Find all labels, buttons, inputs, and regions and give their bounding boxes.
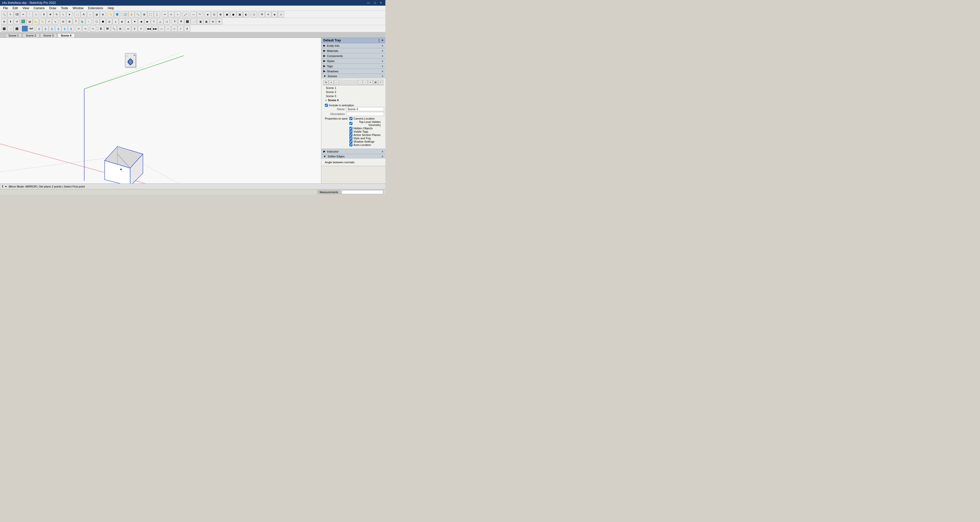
redo-button[interactable]: ↪ — [82, 26, 88, 32]
solid-tb2[interactable]: ⬜ — [7, 26, 14, 32]
advanced3-button[interactable]: ⬛ — [184, 18, 190, 24]
scenes-list-button[interactable]: ≡ — [368, 80, 372, 85]
mirror1-button[interactable]: ⇔ — [125, 26, 131, 32]
monochrome-button[interactable]: ◐ — [243, 11, 249, 18]
followme-button[interactable]: ➤ — [66, 11, 73, 18]
style-and-fog-checkbox[interactable] — [349, 137, 352, 140]
hidden-line-button[interactable]: ▣ — [224, 11, 230, 18]
maximize-button[interactable]: □ — [372, 1, 377, 5]
display-section-cuts-button[interactable]: ≈ — [175, 11, 181, 18]
move-button[interactable]: ✥ — [47, 11, 53, 18]
tags-close[interactable]: × — [382, 65, 383, 68]
components-header[interactable]: ▶ Components × — [321, 53, 385, 58]
scenes-move-up-button[interactable]: ↑ — [358, 80, 363, 85]
paint-bucket-button[interactable]: 🪣 — [114, 11, 120, 18]
float-widget-close[interactable]: × — [134, 54, 135, 57]
drop5-button[interactable]: 💧 — [62, 26, 68, 32]
wavy-line-button[interactable]: 〜 — [197, 11, 203, 18]
m-button[interactable]: M — [104, 26, 110, 32]
scenes-close[interactable]: × — [382, 75, 383, 78]
tags-header[interactable]: ▶ Tags × — [321, 64, 385, 69]
standard-view-button[interactable]: ⬡ — [251, 11, 257, 18]
orbit-button[interactable]: 🔄 — [122, 11, 128, 18]
protractor-button[interactable]: ◑ — [94, 11, 100, 18]
3d-view10-button[interactable]: ▽ — [151, 18, 157, 24]
scenes-refresh-button[interactable]: ↻ — [324, 80, 328, 85]
menu-window[interactable]: Window — [71, 6, 86, 11]
tape-measure-button[interactable]: 📏 — [108, 11, 114, 18]
shaded-button[interactable]: ◼ — [230, 11, 236, 18]
scene-tab-3[interactable]: Scene 3 — [40, 33, 57, 38]
extra4-button[interactable]: ◇ — [278, 11, 284, 18]
advanced6-button[interactable]: ◧ — [204, 18, 210, 24]
scenes-add-button[interactable]: + — [329, 80, 334, 85]
push-pull-button[interactable]: ⬆ — [41, 11, 47, 18]
select-tool-button[interactable]: ↖ — [7, 11, 14, 18]
menu-edit[interactable]: Edit — [11, 6, 20, 11]
rotate-button[interactable]: ↻ — [54, 11, 60, 18]
scenes-expand-button[interactable]: ⤢ — [378, 80, 383, 85]
hammer-button[interactable]: 🔨 — [111, 26, 117, 32]
mirror2-button[interactable]: ⇕ — [131, 26, 138, 32]
viewport[interactable]: ... × — [0, 38, 321, 184]
component-axes-button[interactable]: ⊕ — [1, 18, 7, 24]
shadows-close[interactable]: × — [382, 70, 383, 73]
xray-button[interactable]: ◈ — [205, 11, 211, 18]
components-close[interactable]: × — [382, 54, 383, 57]
dimension-button[interactable]: ↔ — [87, 11, 93, 18]
solid-tb3[interactable]: ⬛ — [14, 26, 20, 32]
comp5-button[interactable]: ↘ — [52, 18, 58, 24]
shadow-settings-checkbox[interactable] — [349, 140, 352, 143]
advanced1-button[interactable]: ⧖ — [172, 18, 178, 24]
soften-edges-header[interactable]: ▼ Soften Edges × — [321, 154, 385, 159]
scenes-details-button[interactable]: ▤ — [373, 80, 378, 85]
soften-edges-close[interactable]: × — [382, 155, 383, 158]
text-button[interactable]: A — [81, 11, 87, 18]
hist-square-button[interactable]: □ — [171, 26, 177, 32]
view-zoom-button[interactable]: 🔎 — [183, 11, 189, 18]
3d-view9-button[interactable]: ▶ — [145, 18, 151, 24]
undo-button[interactable]: ↩ — [76, 26, 82, 32]
include-in-animation-checkbox[interactable] — [325, 104, 328, 107]
drop3-button[interactable]: 💧 — [49, 26, 55, 32]
3d-view7-button[interactable]: ▼ — [132, 18, 138, 24]
menu-help[interactable]: Help — [106, 6, 116, 11]
search-tool-button[interactable]: 🔍 — [1, 11, 7, 18]
advanced7-button[interactable]: ⊗ — [210, 18, 216, 24]
description-input[interactable] — [346, 112, 384, 116]
3d-view5-button[interactable]: ◈ — [119, 18, 125, 24]
drop2-button[interactable]: 💧 — [42, 26, 48, 32]
scene-list-item-3[interactable]: Scene 3 — [324, 94, 383, 98]
name-input[interactable] — [346, 107, 384, 111]
hist-circle-button[interactable]: ○ — [165, 26, 171, 32]
axes-button[interactable]: ⊕ — [100, 11, 106, 18]
3d-view1-button[interactable]: ⬡ — [94, 18, 100, 24]
close-button[interactable]: × — [379, 1, 383, 5]
zoom-button[interactable]: 🔍 — [135, 11, 141, 18]
share-model-button[interactable]: ↑ — [86, 18, 92, 24]
hist-back-button[interactable]: ◀◀ — [146, 26, 152, 32]
eraser-button[interactable]: ⌫ — [14, 11, 20, 18]
offset-button[interactable]: ⬚ — [74, 11, 80, 18]
3d-view6-button[interactable]: ▲ — [125, 18, 131, 24]
pencil-button[interactable]: ✏ — [20, 11, 26, 18]
shadows-header[interactable]: ▶ Shadows × — [321, 69, 385, 73]
styles-close[interactable]: × — [382, 59, 383, 62]
scene-tab-4[interactable]: Scene 4 — [57, 33, 75, 38]
menu-extensions[interactable]: Extensions — [86, 6, 105, 11]
zoom-extents-button[interactable]: ⛶ — [148, 11, 154, 18]
walk-button[interactable]: 🚶 — [154, 11, 160, 18]
axes-location-checkbox[interactable] — [349, 143, 352, 147]
hidden-objects-checkbox[interactable] — [349, 127, 352, 130]
info-icon[interactable]: ℹ — [2, 185, 3, 188]
measurements-input[interactable] — [342, 190, 383, 194]
shape-button[interactable]: □ — [33, 11, 39, 18]
float-widget[interactable]: ... × — [125, 53, 136, 67]
section-plane-button[interactable]: ✂ — [162, 11, 168, 18]
advanced5-button[interactable]: ◨ — [197, 18, 203, 24]
mirror3-button[interactable]: ⇗ — [138, 26, 144, 32]
cursor-button[interactable]: ↖ — [90, 26, 96, 32]
comp3-button[interactable]: 📏 — [39, 18, 45, 24]
solid-tb1[interactable]: ⬛ — [1, 26, 7, 32]
scenes-move-down-button[interactable]: ↓ — [363, 80, 368, 85]
